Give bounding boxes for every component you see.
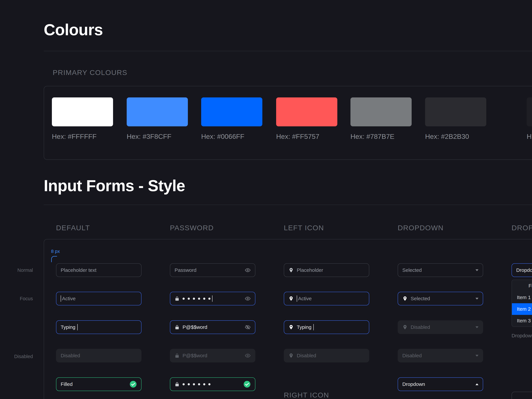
- row-label-normal: Normal: [7, 267, 33, 273]
- default-input-filled[interactable]: Filled: [56, 377, 141, 391]
- dropdown-value: Disabled: [411, 324, 430, 330]
- right-icon-section-header: RIGHT ICON: [284, 391, 329, 399]
- input-value: Filled: [61, 381, 127, 387]
- hex-label: Hex: #787B7E: [350, 133, 394, 140]
- colours-title: Colours: [44, 21, 103, 38]
- eye-icon[interactable]: [245, 296, 251, 302]
- default-input-typing[interactable]: Typing: [56, 320, 141, 334]
- lock-icon: [175, 353, 180, 358]
- column-header-password: PASSWORD: [170, 224, 214, 232]
- color-swatch: [276, 97, 337, 126]
- dropdown-menu: Fi Item 1 Item 2 Item 3: [512, 280, 532, 327]
- default-input-normal[interactable]: Placeholder text: [56, 263, 141, 277]
- input-placeholder: Password: [175, 267, 242, 273]
- password-input-typing[interactable]: P@$$word: [170, 320, 255, 334]
- row-label-disabled: Disabled: [7, 354, 33, 359]
- chevron-down-icon: [475, 269, 478, 271]
- location-pin-icon: [288, 353, 294, 358]
- menu-item[interactable]: Item 1: [512, 291, 532, 303]
- hex-label: Hex: #3F8CFF: [127, 133, 171, 140]
- default-input-focus[interactable]: Active: [56, 292, 141, 305]
- password-input-focus[interactable]: [170, 292, 255, 305]
- hex-label: H: [527, 133, 532, 140]
- dropdown-menu-input[interactable]: Dropdown: [512, 263, 532, 277]
- password-dots: [183, 298, 210, 300]
- location-pin-icon: [402, 324, 408, 330]
- text-cursor: [297, 295, 297, 302]
- section-divider: [44, 51, 532, 51]
- lock-icon: [175, 325, 180, 330]
- menu-item[interactable]: Fi: [512, 280, 532, 291]
- eye-icon[interactable]: [245, 267, 251, 273]
- password-input-filled[interactable]: [170, 377, 255, 391]
- dropdown-footer-label: Dropdown: [512, 333, 532, 338]
- column-header-left-icon: LEFT ICON: [284, 224, 324, 232]
- chevron-down-icon: [475, 326, 478, 328]
- text-cursor: [77, 324, 78, 330]
- dropdown-open[interactable]: Dropdown: [398, 377, 483, 391]
- column-header-dropdown: DROPDOWN: [398, 224, 443, 232]
- password-input-normal[interactable]: Password: [170, 263, 255, 277]
- dropdown-normal[interactable]: Selected: [398, 263, 483, 277]
- lock-icon: [175, 382, 180, 387]
- input-placeholder: Disabled: [297, 353, 316, 358]
- dropdown-value: Dropdown: [402, 381, 473, 387]
- password-input-disabled: P@$$word: [170, 349, 255, 362]
- dropdown-value: Selected: [411, 296, 430, 301]
- input-placeholder: P@$$word: [183, 353, 207, 358]
- style-guide-canvas: Colours PRIMARY COLOURS Hex: #FFFFFF Hex…: [0, 0, 532, 399]
- check-circle-icon: [243, 380, 251, 388]
- dropdown-disabled-icon: Disabled: [398, 320, 483, 334]
- menu-item-label: Fi: [528, 283, 532, 289]
- lock-icon: [175, 296, 180, 301]
- left-icon-input-normal[interactable]: Placeholder: [284, 263, 369, 277]
- location-pin-icon: [402, 296, 408, 301]
- input-value: Typing: [297, 324, 311, 330]
- check-circle-icon: [129, 380, 137, 388]
- radius-bracket-icon: [51, 256, 57, 262]
- radius-annotation: 8 px: [51, 249, 60, 254]
- location-pin-icon: [288, 267, 294, 273]
- color-swatch: [527, 97, 532, 126]
- eye-icon: [245, 353, 251, 359]
- menu-item-selected[interactable]: Item 2: [512, 303, 532, 315]
- hex-label: Hex: #0066FF: [201, 133, 244, 140]
- password-dots: [183, 383, 210, 385]
- dropdown-value: Dropdown: [516, 267, 532, 273]
- text-cursor: [212, 295, 212, 302]
- menu-item-label: Item 3: [517, 318, 531, 323]
- input-placeholder: Placeholder text: [61, 267, 96, 273]
- color-swatch: [425, 97, 486, 126]
- left-icon-input-focus[interactable]: Active: [284, 292, 369, 305]
- input-placeholder: Active: [298, 296, 312, 301]
- dropdown-disabled: Disabled: [398, 349, 483, 362]
- chevron-up-icon: [475, 383, 478, 385]
- color-swatch: [52, 97, 113, 126]
- input-placeholder: Placeholder: [297, 267, 323, 273]
- section-divider: [44, 205, 532, 205]
- eye-off-icon[interactable]: [245, 324, 251, 330]
- row-label-focus: Focus: [7, 296, 33, 302]
- forms-title: Input Forms - Style: [44, 177, 185, 195]
- dropdown-value: Selected: [402, 267, 473, 273]
- dropdown-focus[interactable]: Selected: [398, 292, 483, 305]
- column-header-dropdown-2: DROPDOWN: [512, 224, 532, 232]
- menu-item[interactable]: Item 3: [512, 315, 532, 327]
- dropdown-value: Disabled: [402, 353, 473, 358]
- chevron-down-icon: [475, 298, 478, 300]
- text-cursor: [313, 324, 314, 330]
- left-icon-input-typing[interactable]: Typing: [284, 320, 369, 334]
- dropdown-input-partial[interactable]: [512, 392, 532, 399]
- input-forms-panel: [44, 239, 532, 399]
- column-header-default: DEFAULT: [56, 224, 90, 232]
- input-value: Typing: [61, 324, 75, 330]
- default-input-disabled: Disabled: [56, 349, 141, 362]
- input-placeholder: Active: [62, 296, 76, 301]
- color-swatch: [127, 97, 188, 126]
- primary-colours-label: PRIMARY COLOURS: [53, 69, 127, 77]
- menu-item-label: Item 1: [517, 295, 531, 300]
- hex-label: Hex: #FF5757: [276, 133, 319, 140]
- location-pin-icon: [288, 296, 294, 301]
- color-swatch: [201, 97, 262, 126]
- menu-item-label: Item 2: [517, 306, 531, 312]
